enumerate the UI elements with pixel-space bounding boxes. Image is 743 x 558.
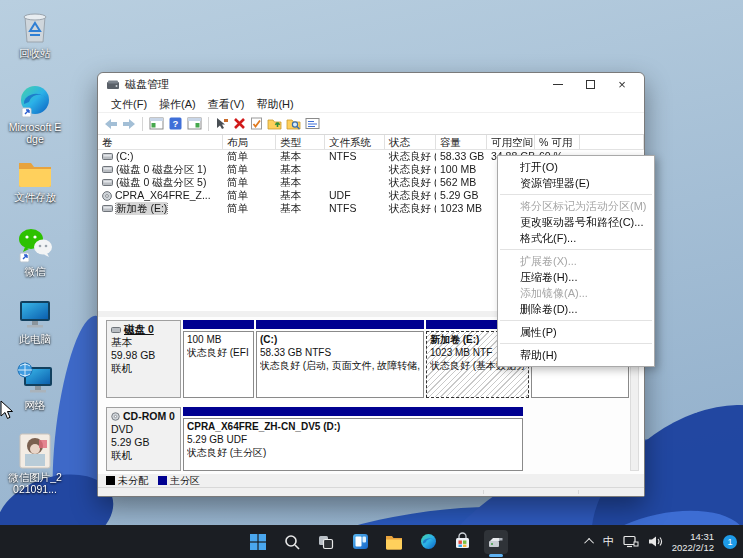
- toolbar: ?: [98, 113, 644, 135]
- maximize-button[interactable]: [574, 73, 606, 96]
- file-explorer-button[interactable]: [382, 530, 406, 554]
- action-pointer-icon[interactable]: [215, 117, 229, 130]
- folder-icon: [15, 156, 55, 190]
- menu-separator: [500, 320, 652, 321]
- microsoft-store-icon: [453, 532, 472, 551]
- image-thumbnail-icon: [17, 432, 53, 470]
- edge-taskbar-button[interactable]: [416, 530, 440, 554]
- task-view-icon: [317, 533, 335, 551]
- disk-management-taskbar-button[interactable]: [484, 530, 508, 554]
- back-icon[interactable]: [104, 118, 118, 130]
- store-button[interactable]: [450, 530, 474, 554]
- ime-indicator[interactable]: 中: [603, 534, 614, 549]
- volume-context-menu: 打开(O) 资源管理器(E) 将分区标记为活动分区(M) 更改驱动器号和路径(C…: [497, 155, 655, 367]
- desktop-icon-this-pc[interactable]: 此电脑: [7, 296, 63, 346]
- cdrom-0-label-panel[interactable]: CD-ROM 0 DVD 5.29 GB 联机: [106, 407, 181, 471]
- this-pc-icon: [15, 296, 55, 332]
- col-status[interactable]: 状态: [385, 135, 436, 149]
- show-console-tree-icon[interactable]: [149, 117, 164, 130]
- menu-item-extend-volume: 扩展卷(X)...: [498, 253, 654, 269]
- partition-color-bar: [183, 320, 254, 329]
- task-view-button[interactable]: [314, 530, 338, 554]
- partition-d-dvd[interactable]: CPRA_X64FRE_ZH-CN_DV5 (D:) 5.29 GB UDF 状…: [183, 407, 523, 471]
- clock[interactable]: 14:31 2022/2/12: [672, 531, 714, 553]
- menu-separator: [500, 249, 652, 250]
- partition-color-bar: [183, 407, 523, 416]
- window-title: 磁盘管理: [125, 77, 169, 92]
- menu-file[interactable]: 文件(F): [105, 96, 153, 113]
- menu-item-explorer[interactable]: 资源管理器(E): [498, 175, 654, 191]
- disk-management-app-icon: [106, 79, 120, 91]
- col-empty: [580, 135, 644, 149]
- mouse-cursor: [0, 400, 14, 420]
- network-tray-icon[interactable]: [623, 535, 639, 548]
- start-button[interactable]: [246, 530, 270, 554]
- folder-up-icon[interactable]: [267, 117, 282, 130]
- menu-action[interactable]: 操作(A): [153, 96, 202, 113]
- legend-bar: 未分配 主分区: [98, 474, 644, 487]
- drive-icon: [102, 179, 113, 186]
- col-free-space[interactable]: 可用空间: [487, 135, 535, 149]
- search-button[interactable]: [280, 530, 304, 554]
- disk-management-icon: [486, 533, 506, 551]
- minimize-button[interactable]: [542, 73, 574, 96]
- toolbar-separator: [142, 117, 143, 131]
- menu-item-add-mirror: 添加镜像(A)...: [498, 285, 654, 301]
- title-bar[interactable]: 磁盘管理 ×: [98, 73, 644, 96]
- menu-help[interactable]: 帮助(H): [250, 96, 299, 113]
- menu-item-properties[interactable]: 属性(P): [498, 324, 654, 340]
- desktop-icon-folder[interactable]: 文件存放: [7, 156, 63, 204]
- disk-0-label-panel[interactable]: 磁盘 0 基本 59.98 GB 联机: [106, 320, 181, 398]
- disc-icon: [111, 412, 120, 421]
- help-icon[interactable]: ?: [168, 117, 183, 130]
- menu-view[interactable]: 查看(V): [202, 96, 251, 113]
- legend-primary: 主分区: [170, 474, 200, 488]
- desktop-icon-network[interactable]: 网络: [7, 358, 63, 412]
- menu-separator: [500, 343, 652, 344]
- wechat-icon: [15, 226, 55, 264]
- menu-item-delete-volume[interactable]: 删除卷(D)...: [498, 301, 654, 317]
- menu-separator: [500, 194, 652, 195]
- desktop: 回收站 Microsoft Edge 文件存放: [0, 0, 743, 558]
- notification-badge[interactable]: 1: [723, 535, 737, 549]
- partition-c[interactable]: (C:) 58.33 GB NTFS 状态良好 (启动, 页面文件, 故障转储,…: [256, 320, 424, 398]
- menu-item-open[interactable]: 打开(O): [498, 159, 654, 175]
- hidden-icons-chevron[interactable]: [584, 538, 594, 548]
- col-capacity[interactable]: 容量: [436, 135, 487, 149]
- desktop-icon-edge[interactable]: Microsoft Edge: [7, 82, 63, 145]
- delete-icon[interactable]: [233, 117, 246, 130]
- volume-tray-icon[interactable]: [648, 535, 663, 548]
- col-pct-free[interactable]: % 可用: [535, 135, 580, 149]
- widgets-button[interactable]: [348, 530, 372, 554]
- menu-item-help[interactable]: 帮助(H): [498, 347, 654, 363]
- menu-item-shrink-volume[interactable]: 压缩卷(H)...: [498, 269, 654, 285]
- col-filesystem[interactable]: 文件系统: [325, 135, 385, 149]
- col-type[interactable]: 类型: [276, 135, 325, 149]
- menu-item-change-drive-letter[interactable]: 更改驱动器号和路径(C)...: [498, 214, 654, 230]
- desktop-icon-label: 网络: [7, 400, 63, 412]
- folder-search-icon[interactable]: [286, 117, 301, 130]
- svg-text:?: ?: [173, 118, 179, 129]
- col-layout[interactable]: 布局: [223, 135, 276, 149]
- properties-icon[interactable]: [305, 117, 320, 130]
- desktop-icon-recycle-bin[interactable]: 回收站: [7, 8, 63, 60]
- col-volume[interactable]: 卷: [98, 135, 223, 149]
- drive-icon: [102, 153, 113, 160]
- desktop-icon-label: Microsoft Edge: [7, 122, 63, 145]
- drive-icon: [102, 205, 113, 212]
- desktop-icon-image-file[interactable]: 微信图片_2021091...: [7, 432, 63, 495]
- unallocated-swatch: [106, 476, 115, 485]
- search-icon: [283, 533, 301, 551]
- menu-bar: 文件(F) 操作(A) 查看(V) 帮助(H): [98, 96, 644, 113]
- desktop-icon-wechat[interactable]: 微信: [7, 226, 63, 278]
- desktop-icon-label: 微信: [7, 266, 63, 278]
- forward-icon[interactable]: [122, 118, 136, 130]
- menu-item-mark-active: 将分区标记为活动分区(M): [498, 198, 654, 214]
- cdrom-0-row: CD-ROM 0 DVD 5.29 GB 联机 CPRA_X64FRE_ZH-C…: [106, 407, 629, 471]
- show-action-pane-icon[interactable]: [187, 117, 202, 130]
- close-button[interactable]: ×: [606, 73, 638, 96]
- menu-item-format[interactable]: 格式化(F)...: [498, 230, 654, 246]
- partition-efi[interactable]: 100 MB 状态良好 (EFI 系: [183, 320, 254, 398]
- recycle-bin-icon: [16, 8, 54, 46]
- check-document-icon[interactable]: [250, 117, 263, 130]
